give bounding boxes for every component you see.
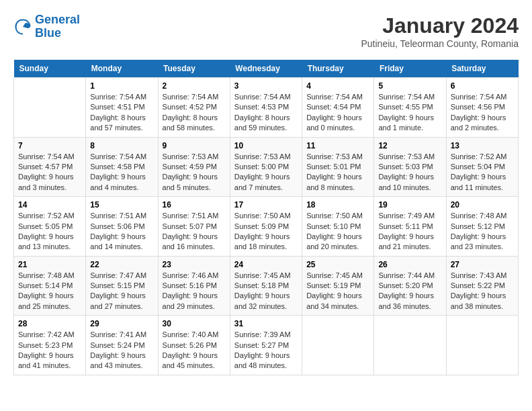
calendar-week-row: 28Sunrise: 7:42 AMSunset: 5:23 PMDayligh…: [14, 316, 519, 375]
logo-icon: [13, 17, 32, 36]
calendar-cell: 15Sunrise: 7:51 AMSunset: 5:06 PMDayligh…: [86, 197, 158, 257]
calendar-week-row: 1Sunrise: 7:54 AMSunset: 4:51 PMDaylight…: [14, 78, 519, 138]
day-info: Sunrise: 7:40 AMSunset: 5:26 PMDaylight:…: [163, 330, 226, 371]
calendar-cell: 6Sunrise: 7:54 AMSunset: 4:56 PMDaylight…: [446, 78, 518, 138]
day-info: Sunrise: 7:42 AMSunset: 5:23 PMDaylight:…: [18, 330, 81, 371]
calendar-cell: 23Sunrise: 7:46 AMSunset: 5:16 PMDayligh…: [158, 256, 230, 316]
day-info: Sunrise: 7:54 AMSunset: 4:53 PMDaylight:…: [234, 92, 298, 134]
day-number: 4: [306, 81, 369, 91]
calendar-header-wednesday: Wednesday: [230, 60, 302, 78]
day-number: 30: [163, 319, 226, 328]
day-info: Sunrise: 7:53 AMSunset: 5:01 PMDaylight:…: [306, 152, 369, 193]
day-number: 1: [90, 81, 153, 91]
day-info: Sunrise: 7:48 AMSunset: 5:12 PMDaylight:…: [451, 211, 514, 253]
day-number: 13: [451, 141, 514, 150]
day-info: Sunrise: 7:53 AMSunset: 5:00 PMDaylight:…: [234, 152, 298, 193]
day-info: Sunrise: 7:43 AMSunset: 5:22 PMDaylight:…: [451, 271, 514, 312]
day-info: Sunrise: 7:39 AMSunset: 5:27 PMDaylight:…: [234, 330, 298, 371]
calendar-cell: 30Sunrise: 7:40 AMSunset: 5:26 PMDayligh…: [158, 316, 230, 375]
day-number: 2: [163, 81, 226, 91]
calendar-cell: 4Sunrise: 7:54 AMSunset: 4:54 PMDaylight…: [302, 78, 374, 138]
calendar-cell: 13Sunrise: 7:52 AMSunset: 5:04 PMDayligh…: [446, 137, 518, 197]
day-info: Sunrise: 7:48 AMSunset: 5:14 PMDaylight:…: [18, 271, 81, 312]
calendar-cell: 2Sunrise: 7:54 AMSunset: 4:52 PMDaylight…: [158, 78, 230, 138]
calendar-cell: 21Sunrise: 7:48 AMSunset: 5:14 PMDayligh…: [14, 256, 86, 316]
calendar-header-sunday: Sunday: [14, 60, 86, 78]
calendar-cell: 19Sunrise: 7:49 AMSunset: 5:11 PMDayligh…: [374, 197, 446, 257]
calendar-cell: 25Sunrise: 7:45 AMSunset: 5:19 PMDayligh…: [302, 256, 374, 316]
day-number: 27: [451, 260, 514, 269]
day-number: 16: [163, 200, 226, 210]
day-number: 9: [163, 141, 226, 150]
calendar-table: SundayMondayTuesdayWednesdayThursdayFrid…: [13, 60, 519, 375]
day-number: 12: [378, 141, 441, 150]
day-info: Sunrise: 7:45 AMSunset: 5:18 PMDaylight:…: [234, 271, 298, 312]
day-info: Sunrise: 7:45 AMSunset: 5:19 PMDaylight:…: [306, 271, 369, 312]
calendar-header-monday: Monday: [86, 60, 158, 78]
day-number: 8: [90, 141, 153, 150]
calendar-cell: 22Sunrise: 7:47 AMSunset: 5:15 PMDayligh…: [86, 256, 158, 316]
calendar-cell: [374, 316, 446, 375]
calendar-cell: [446, 316, 518, 375]
month-year-title: January 2024: [361, 13, 519, 38]
day-info: Sunrise: 7:52 AMSunset: 5:04 PMDaylight:…: [451, 152, 514, 193]
day-info: Sunrise: 7:50 AMSunset: 5:10 PMDaylight:…: [306, 211, 369, 253]
day-number: 23: [163, 260, 226, 269]
calendar-cell: 26Sunrise: 7:44 AMSunset: 5:20 PMDayligh…: [374, 256, 446, 316]
calendar-cell: 17Sunrise: 7:50 AMSunset: 5:09 PMDayligh…: [230, 197, 302, 257]
logo: General Blue: [13, 13, 80, 40]
calendar-cell: 28Sunrise: 7:42 AMSunset: 5:23 PMDayligh…: [14, 316, 86, 375]
day-number: 18: [306, 200, 369, 210]
calendar-header-row: SundayMondayTuesdayWednesdayThursdayFrid…: [14, 60, 519, 78]
day-number: 24: [234, 260, 298, 269]
day-info: Sunrise: 7:54 AMSunset: 4:55 PMDaylight:…: [378, 92, 441, 134]
day-number: 10: [234, 141, 298, 150]
day-info: Sunrise: 7:54 AMSunset: 4:57 PMDaylight:…: [18, 152, 81, 193]
calendar-cell: [14, 78, 86, 138]
day-number: 11: [306, 141, 369, 150]
day-info: Sunrise: 7:54 AMSunset: 4:52 PMDaylight:…: [163, 92, 226, 134]
calendar-cell: 8Sunrise: 7:54 AMSunset: 4:58 PMDaylight…: [86, 137, 158, 197]
calendar-cell: 29Sunrise: 7:41 AMSunset: 5:24 PMDayligh…: [86, 316, 158, 375]
day-info: Sunrise: 7:47 AMSunset: 5:15 PMDaylight:…: [90, 271, 153, 312]
day-number: 20: [451, 200, 514, 210]
day-info: Sunrise: 7:53 AMSunset: 4:59 PMDaylight:…: [163, 152, 226, 193]
day-number: 7: [18, 141, 81, 150]
day-number: 3: [234, 81, 298, 91]
day-number: 25: [306, 260, 369, 269]
day-info: Sunrise: 7:54 AMSunset: 4:54 PMDaylight:…: [306, 92, 369, 134]
day-info: Sunrise: 7:54 AMSunset: 4:51 PMDaylight:…: [90, 92, 153, 134]
calendar-cell: 24Sunrise: 7:45 AMSunset: 5:18 PMDayligh…: [230, 256, 302, 316]
day-number: 29: [90, 319, 153, 328]
calendar-cell: [302, 316, 374, 375]
calendar-cell: 10Sunrise: 7:53 AMSunset: 5:00 PMDayligh…: [230, 137, 302, 197]
calendar-cell: 12Sunrise: 7:53 AMSunset: 5:03 PMDayligh…: [374, 137, 446, 197]
day-info: Sunrise: 7:44 AMSunset: 5:20 PMDaylight:…: [378, 271, 441, 312]
calendar-header-friday: Friday: [374, 60, 446, 78]
day-number: 19: [378, 200, 441, 210]
day-number: 17: [234, 200, 298, 210]
day-info: Sunrise: 7:51 AMSunset: 5:07 PMDaylight:…: [163, 211, 226, 253]
day-info: Sunrise: 7:49 AMSunset: 5:11 PMDaylight:…: [378, 211, 441, 253]
day-number: 6: [451, 81, 514, 91]
day-number: 22: [90, 260, 153, 269]
calendar-cell: 16Sunrise: 7:51 AMSunset: 5:07 PMDayligh…: [158, 197, 230, 257]
day-number: 21: [18, 260, 81, 269]
day-info: Sunrise: 7:53 AMSunset: 5:03 PMDaylight:…: [378, 152, 441, 193]
calendar-cell: 3Sunrise: 7:54 AMSunset: 4:53 PMDaylight…: [230, 78, 302, 138]
calendar-cell: 5Sunrise: 7:54 AMSunset: 4:55 PMDaylight…: [374, 78, 446, 138]
day-number: 31: [234, 319, 298, 328]
calendar-cell: 1Sunrise: 7:54 AMSunset: 4:51 PMDaylight…: [86, 78, 158, 138]
calendar-header-saturday: Saturday: [446, 60, 518, 78]
calendar-cell: 18Sunrise: 7:50 AMSunset: 5:10 PMDayligh…: [302, 197, 374, 257]
day-info: Sunrise: 7:41 AMSunset: 5:24 PMDaylight:…: [90, 330, 153, 371]
calendar-header-tuesday: Tuesday: [158, 60, 230, 78]
day-info: Sunrise: 7:46 AMSunset: 5:16 PMDaylight:…: [163, 271, 226, 312]
calendar-week-row: 21Sunrise: 7:48 AMSunset: 5:14 PMDayligh…: [14, 256, 519, 316]
day-number: 14: [18, 200, 81, 210]
calendar-cell: 11Sunrise: 7:53 AMSunset: 5:01 PMDayligh…: [302, 137, 374, 197]
day-number: 26: [378, 260, 441, 269]
calendar-cell: 9Sunrise: 7:53 AMSunset: 4:59 PMDaylight…: [158, 137, 230, 197]
logo-text: General Blue: [35, 13, 80, 40]
title-block: January 2024 Putineiu, Teleorman County,…: [361, 13, 519, 49]
